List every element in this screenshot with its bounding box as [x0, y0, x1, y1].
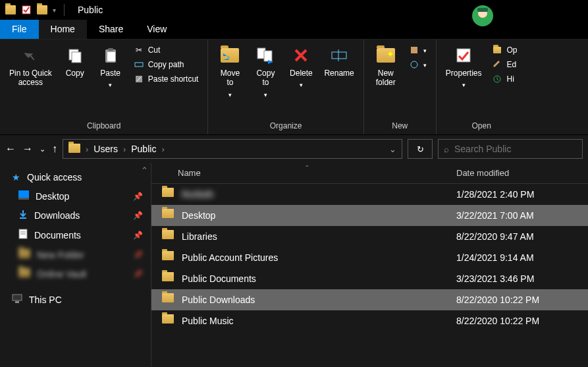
sidebar-quick-access[interactable]: ★ Quick access — [0, 168, 151, 186]
new-folder-button[interactable]: ✦ New folder — [369, 42, 402, 90]
sidebar-item-hidden[interactable]: Online Vault📌 — [0, 264, 151, 283]
svg-rect-25 — [13, 295, 22, 300]
sidebar-documents[interactable]: Documents📌 — [0, 225, 151, 245]
svg-rect-9 — [135, 63, 143, 67]
new-item-icon — [409, 45, 419, 55]
copy-icon — [65, 45, 86, 66]
refresh-button[interactable]: ↻ — [408, 139, 433, 159]
move-to-icon — [219, 45, 240, 66]
chevron-down-icon: ▾ — [462, 82, 466, 88]
pin-icon: 📌 — [133, 269, 143, 279]
folder-icon — [162, 251, 175, 264]
column-name[interactable]: ⌃Name — [151, 168, 456, 178]
chevron-right-icon[interactable]: › — [123, 144, 126, 154]
copy-path-button[interactable]: Copy path — [131, 58, 201, 71]
breadcrumb-users[interactable]: Users — [94, 144, 118, 154]
search-icon: ⌕ — [444, 144, 449, 154]
recent-dropdown[interactable]: ⌄ — [40, 145, 45, 154]
svg-rect-5 — [72, 52, 81, 63]
documents-icon — [18, 229, 28, 241]
history-icon — [492, 74, 502, 84]
ribbon: Pin to Quick access Copy Paste ▾ ✂Cut Co… — [0, 40, 588, 135]
svg-rect-19 — [18, 190, 29, 198]
pin-icon: 📌 — [133, 211, 143, 220]
search-input[interactable] — [454, 144, 577, 154]
copy-to-button[interactable]: Copy to ▾ — [249, 42, 282, 101]
up-button[interactable]: ↑ — [52, 143, 57, 155]
tab-home[interactable]: Home — [39, 20, 87, 39]
tab-view[interactable]: View — [135, 20, 178, 39]
group-label-organize: Organize — [213, 120, 358, 132]
downloads-icon — [18, 210, 28, 221]
cut-button[interactable]: ✂Cut — [131, 43, 201, 57]
pin-icon: 📌 — [133, 231, 143, 240]
group-label-clipboard: Clipboard — [5, 120, 202, 132]
address-bar[interactable]: › Users › Public › ⌄ — [63, 139, 402, 159]
svg-rect-7 — [107, 52, 115, 61]
sidebar-desktop[interactable]: Desktop📌 — [0, 186, 151, 206]
properties-quick-icon[interactable] — [21, 5, 32, 15]
delete-button[interactable]: Delete ▾ — [284, 42, 317, 91]
tab-share[interactable]: Share — [87, 20, 135, 39]
sidebar-this-pc[interactable]: This PC — [0, 290, 151, 309]
column-date[interactable]: Date modified — [456, 168, 588, 178]
navbar: ← → ⌄ ↑ › Users › Public › ⌄ ↻ ⌕ — [0, 135, 588, 163]
move-to-button[interactable]: Move to ▾ — [213, 42, 246, 101]
svg-rect-8 — [108, 48, 113, 51]
folder-icon — [162, 272, 175, 285]
breadcrumb-public[interactable]: Public — [131, 144, 156, 154]
qat-dropdown-icon[interactable]: ▾ — [53, 7, 56, 14]
folder-icon — [162, 293, 175, 306]
file-row[interactable]: Public Account Pictures 1/24/2021 9:14 A… — [151, 247, 588, 268]
rename-button[interactable]: Rename — [320, 42, 358, 80]
sidebar-item-hidden[interactable]: New Folder📌 — [0, 245, 151, 264]
copy-button[interactable]: Copy — [59, 42, 92, 80]
history-button[interactable]: Hi — [489, 72, 520, 86]
file-date: 8/22/2020 10:22 PM — [456, 295, 588, 305]
delete-icon — [290, 45, 311, 66]
file-row[interactable]: Public Music 8/22/2020 10:22 PM — [151, 310, 588, 331]
chevron-down-icon: ▾ — [300, 82, 303, 88]
back-button[interactable]: ← — [5, 143, 16, 155]
svg-rect-13 — [332, 52, 346, 59]
forward-button[interactable]: → — [22, 143, 33, 155]
svg-rect-3 — [477, 8, 488, 12]
folder-icon — [5, 5, 16, 15]
easy-access-icon — [409, 59, 419, 70]
easy-access-button[interactable]: ▾ — [406, 58, 429, 71]
folder-icon — [18, 268, 30, 279]
tab-file[interactable]: File — [0, 20, 39, 39]
chevron-right-icon[interactable]: › — [161, 144, 164, 154]
chevron-down-icon: ▾ — [228, 92, 232, 98]
column-headers: ⌃Name Date modified — [151, 163, 588, 184]
new-item-button[interactable]: ▾ — [406, 43, 429, 57]
ribbon-group-organize: Move to ▾ Copy to ▾ Delete ▾ Rename Orga… — [208, 40, 363, 134]
folder-icon — [68, 144, 80, 155]
file-row[interactable]: Public Documents 3/23/2021 3:46 PM — [151, 268, 588, 289]
file-name: Public Documents — [182, 273, 456, 284]
edit-button[interactable]: Ed — [489, 58, 520, 71]
content-area: ⌃ ★ Quick access Desktop📌 Downloads📌 Doc… — [0, 163, 588, 367]
file-row[interactable]: Libraries 8/22/2020 9:47 AM — [151, 226, 588, 247]
pin-to-quick-access-button[interactable]: Pin to Quick access — [5, 42, 56, 90]
open-button[interactable]: Op — [489, 43, 520, 57]
folder-icon — [162, 314, 175, 327]
titlebar: ▾ Public — [0, 0, 588, 20]
folder-icon — [162, 188, 175, 201]
file-row[interactable]: Desktop 3/22/2021 7:00 AM — [151, 205, 588, 226]
pin-icon — [20, 45, 41, 66]
file-row[interactable]: Public Downloads 8/22/2020 10:22 PM — [151, 289, 588, 310]
scroll-up-icon[interactable]: ⌃ — [141, 165, 148, 175]
ribbon-group-open: Properties ▾ Op Ed Hi Open — [437, 40, 527, 134]
paste-shortcut-button[interactable]: Paste shortcut — [131, 72, 201, 86]
file-row[interactable]: Rorlioth 1/28/2021 2:40 PM — [151, 184, 588, 205]
sidebar-downloads[interactable]: Downloads📌 — [0, 206, 151, 225]
paste-icon — [100, 45, 121, 66]
svg-rect-26 — [15, 301, 19, 303]
address-dropdown[interactable]: ⌄ — [389, 144, 396, 154]
paste-button[interactable]: Paste ▾ — [94, 42, 127, 91]
properties-button[interactable]: Properties ▾ — [442, 42, 486, 91]
search-box[interactable]: ⌕ — [438, 139, 583, 159]
edit-icon — [492, 59, 502, 70]
chevron-right-icon[interactable]: › — [86, 144, 88, 154]
